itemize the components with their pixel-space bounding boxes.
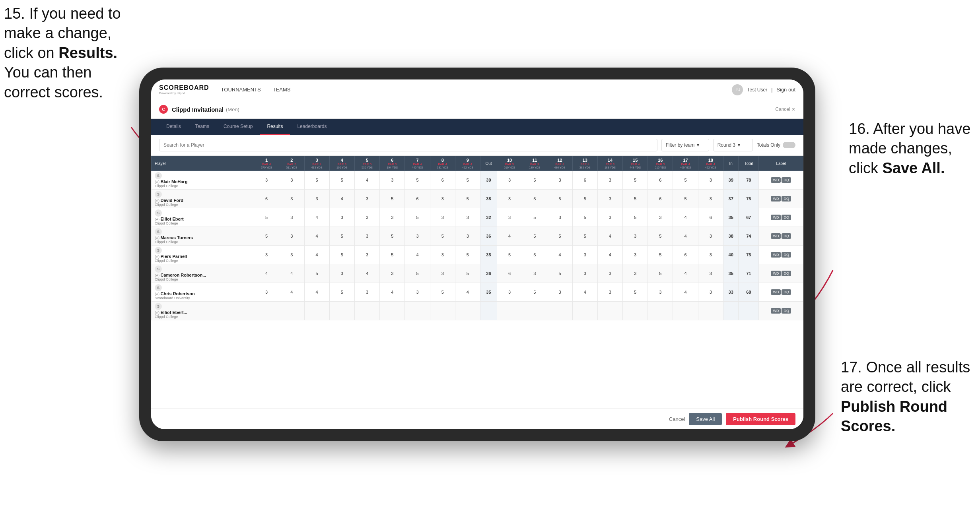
score-cell-back[interactable]: 3	[572, 246, 597, 264]
dq-button[interactable]: DQ	[782, 215, 791, 220]
score-cell[interactable]: 5	[455, 171, 480, 190]
player-name-text[interactable]: Marcus Turners	[161, 235, 193, 240]
score-cell-back[interactable]: 3	[623, 264, 648, 283]
tab-leaderboards[interactable]: Leaderboards	[290, 119, 334, 135]
score-cell[interactable]: 3	[405, 227, 430, 246]
score-cell[interactable]: 3	[430, 190, 455, 208]
score-cell-back[interactable]: 3	[497, 171, 522, 190]
filter-by-team-dropdown[interactable]: Filter by team ▾	[661, 139, 709, 151]
score-cell[interactable]	[304, 302, 329, 320]
score-cell[interactable]: 6	[405, 190, 430, 208]
score-cell-back[interactable]: 5	[547, 227, 572, 246]
score-cell[interactable]: 5	[455, 264, 480, 283]
score-cell-back[interactable]	[648, 302, 673, 320]
score-cell-back[interactable]: 3	[547, 283, 572, 302]
totals-only-toggle[interactable]: Totals Only	[757, 142, 795, 148]
score-cell[interactable]: 3	[304, 190, 329, 208]
score-cell-back[interactable]: 5	[522, 246, 547, 264]
score-cell[interactable]: 5	[455, 246, 480, 264]
score-cell[interactable]: 3	[430, 246, 455, 264]
score-cell[interactable]: 3	[329, 264, 354, 283]
score-cell-back[interactable]	[698, 302, 723, 320]
save-all-button[interactable]: Save All	[689, 413, 722, 425]
score-cell[interactable]: 4	[304, 208, 329, 227]
score-cell[interactable]: 5	[455, 190, 480, 208]
wd-button[interactable]: WD	[771, 233, 781, 239]
score-cell-back[interactable]	[572, 302, 597, 320]
wd-button[interactable]: WD	[771, 177, 781, 183]
wd-button[interactable]: WD	[771, 271, 781, 276]
score-cell-back[interactable]: 5	[522, 208, 547, 227]
score-cell-back[interactable]: 3	[698, 190, 723, 208]
score-cell-back[interactable]: 6	[648, 171, 673, 190]
score-cell-back[interactable]: 5	[623, 283, 648, 302]
score-cell[interactable]	[380, 302, 405, 320]
score-cell-back[interactable]: 5	[547, 264, 572, 283]
search-input[interactable]	[159, 139, 657, 151]
score-cell-back[interactable]	[673, 302, 698, 320]
score-cell[interactable]: 5	[304, 264, 329, 283]
score-cell-back[interactable]: 3	[698, 246, 723, 264]
score-cell[interactable]: 5	[329, 227, 354, 246]
score-cell-back[interactable]: 4	[673, 283, 698, 302]
score-cell[interactable]: 3	[354, 227, 379, 246]
score-cell[interactable]: 3	[455, 227, 480, 246]
score-cell-back[interactable]	[522, 302, 547, 320]
score-cell[interactable]: 3	[430, 208, 455, 227]
score-cell[interactable]	[329, 302, 354, 320]
dq-button[interactable]: DQ	[782, 233, 791, 239]
player-name-text[interactable]: David Ford	[161, 198, 183, 203]
dq-button[interactable]: DQ	[782, 177, 791, 183]
score-cell-back[interactable]: 5	[623, 208, 648, 227]
score-cell[interactable]	[279, 302, 304, 320]
score-cell[interactable]: 5	[405, 264, 430, 283]
score-cell-back[interactable]: 3	[497, 190, 522, 208]
score-cell[interactable]: 5	[430, 283, 455, 302]
score-cell[interactable]: 4	[455, 283, 480, 302]
score-cell[interactable]: 4	[304, 283, 329, 302]
score-cell[interactable]: 5	[254, 227, 279, 246]
score-cell-back[interactable]	[497, 302, 522, 320]
score-cell[interactable]: 3	[329, 208, 354, 227]
tab-teams[interactable]: Teams	[188, 119, 216, 135]
score-cell[interactable]: 4	[304, 246, 329, 264]
score-cell-back[interactable]: 6	[648, 190, 673, 208]
score-cell-back[interactable]: 3	[648, 208, 673, 227]
score-cell[interactable]: 5	[430, 227, 455, 246]
score-cell-back[interactable]: 3	[648, 283, 673, 302]
score-cell[interactable]: 4	[304, 227, 329, 246]
score-cell-back[interactable]: 3	[698, 264, 723, 283]
score-cell-back[interactable]: 5	[522, 227, 547, 246]
wd-button[interactable]: WD	[771, 289, 781, 295]
score-cell-back[interactable]: 3	[597, 171, 622, 190]
tab-course-setup[interactable]: Course Setup	[216, 119, 260, 135]
score-cell-back[interactable]: 3	[572, 264, 597, 283]
score-cell-back[interactable]: 3	[547, 208, 572, 227]
score-cell[interactable]: 3	[405, 283, 430, 302]
score-cell-back[interactable]: 4	[497, 227, 522, 246]
player-name-text[interactable]: Chris Robertson	[161, 291, 195, 296]
score-cell-back[interactable]: 5	[673, 171, 698, 190]
cancel-footer-button[interactable]: Cancel	[669, 416, 685, 422]
score-cell-back[interactable]: 5	[673, 190, 698, 208]
player-name-text[interactable]: Blair McHarg	[161, 179, 188, 184]
score-cell[interactable]: 3	[430, 264, 455, 283]
nav-tournaments[interactable]: TOURNAMENTS	[221, 85, 261, 94]
score-cell[interactable]: 3	[380, 264, 405, 283]
score-cell[interactable]: 3	[279, 208, 304, 227]
score-cell[interactable]: 6	[430, 171, 455, 190]
score-cell[interactable]: 4	[279, 283, 304, 302]
score-cell-back[interactable]: 5	[572, 190, 597, 208]
score-cell[interactable]: 3	[254, 171, 279, 190]
score-cell-back[interactable]: 3	[623, 246, 648, 264]
score-cell-back[interactable]: 3	[522, 264, 547, 283]
dq-button[interactable]: DQ	[782, 196, 791, 202]
player-name-text[interactable]: Elliot Ebert	[161, 217, 184, 221]
score-cell-back[interactable]	[547, 302, 572, 320]
score-cell-back[interactable]: 6	[572, 171, 597, 190]
score-cell[interactable]: 3	[354, 246, 379, 264]
score-cell-back[interactable]: 3	[497, 283, 522, 302]
score-cell-back[interactable]: 4	[597, 246, 622, 264]
tab-results[interactable]: Results	[260, 119, 290, 135]
score-cell[interactable]	[254, 302, 279, 320]
